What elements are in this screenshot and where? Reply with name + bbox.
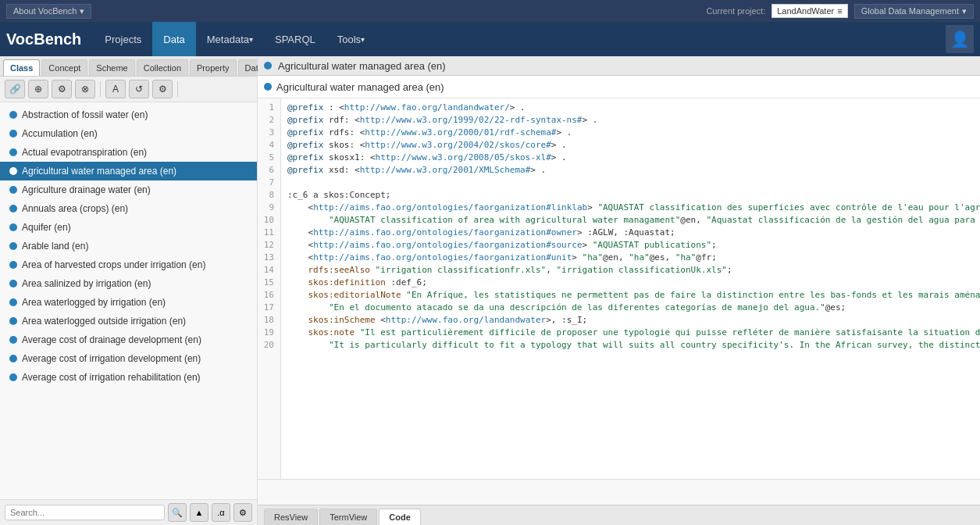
gdm-dropdown-icon: ▾ xyxy=(962,6,967,16)
concept-dot xyxy=(9,167,17,175)
bottom-tabs-row: ResView TermView Code xyxy=(258,505,980,525)
tab-scheme[interactable]: Scheme xyxy=(89,59,134,76)
list-item[interactable]: Area of harvested crops under irrigation… xyxy=(0,255,257,274)
toolbar-separator2 xyxy=(177,81,178,97)
toolbar-text-btn[interactable]: A xyxy=(105,80,126,98)
current-project-label: Current project: xyxy=(706,6,765,16)
concept-list: Abstraction of fossil water (en) Accumul… xyxy=(0,102,257,499)
toolbar-refresh-btn[interactable]: ↺ xyxy=(129,80,149,98)
project-name-display: LandAndWater ≡ xyxy=(772,4,847,18)
concept-dot xyxy=(9,355,17,362)
nav-sparql[interactable]: SPARQL xyxy=(264,22,326,56)
list-item[interactable]: Area waterlogged by irrigation (en) xyxy=(0,293,257,312)
search-options-btn[interactable]: ⚙ xyxy=(233,503,252,522)
left-panel: Class Concept Scheme Collection Property… xyxy=(0,56,258,525)
tab-code[interactable]: Code xyxy=(379,509,421,525)
concept-dot xyxy=(9,298,17,306)
concept-dot xyxy=(9,373,17,381)
toolbar-settings-btn[interactable]: ⚙ xyxy=(52,80,72,98)
concept-label: Area salinized by irrigation (en) xyxy=(22,278,151,289)
list-item[interactable]: Aquifer (en) xyxy=(0,218,257,237)
concept-label: Agriculture drainage water (en) xyxy=(22,184,151,195)
concept-dot xyxy=(9,280,17,288)
brand-logo: VocBench xyxy=(6,30,81,48)
concept-label: Aquifer (en) xyxy=(22,222,71,233)
concept-label: Annuals area (crops) (en) xyxy=(22,203,128,214)
main-nav: VocBench Projects Data Metadata SPARQL T… xyxy=(0,22,980,56)
list-item[interactable]: Average cost of drainage development (en… xyxy=(0,330,257,349)
concept-label: Average cost of irrigation development (… xyxy=(22,353,201,364)
gdm-button[interactable]: Global Data Management ▾ xyxy=(854,4,974,19)
tab-resview[interactable]: ResView xyxy=(264,509,318,525)
tab-concept[interactable]: Concept xyxy=(41,59,87,76)
list-item[interactable]: Annuals area (crops) (en) xyxy=(0,199,257,218)
line-numbers: 1 2 3 4 5 6 7 8 9 10 11 12 13 14 15 16 1… xyxy=(258,98,281,479)
editor-container: 1 2 3 4 5 6 7 8 9 10 11 12 13 14 15 16 1… xyxy=(258,98,980,479)
nav-data[interactable]: Data xyxy=(152,22,195,56)
concept-label: Agricultural water managed area (en) xyxy=(22,166,176,177)
concept-tabs-row: Class Concept Scheme Collection Property… xyxy=(0,56,257,77)
sub-header-dot xyxy=(264,83,272,91)
nav-tools[interactable]: Tools xyxy=(326,22,376,56)
toolbar-link-btn[interactable]: 🔗 xyxy=(5,80,25,98)
search-settings-btn[interactable]: .α xyxy=(212,503,230,522)
concept-dot xyxy=(9,223,17,231)
concept-dot xyxy=(9,336,17,344)
concept-label: Area waterlogged by irrigation (en) xyxy=(22,297,166,308)
header-dot xyxy=(264,62,272,70)
right-panel: Agricultural water managed area (en) ⊗ A… xyxy=(258,56,980,525)
code-editor[interactable]: @prefix : <http://www.fao.org/landandwat… xyxy=(281,98,980,479)
concept-label: Area of harvested crops under irrigation… xyxy=(22,259,205,270)
list-item[interactable]: Arable land (en) xyxy=(0,237,257,255)
right-header: Agricultural water managed area (en) ⊗ xyxy=(258,56,980,76)
list-item[interactable]: Accumulation (en) xyxy=(0,124,257,143)
search-prev-btn[interactable]: ▲ xyxy=(190,503,208,522)
concept-dot xyxy=(9,130,17,138)
concept-dot xyxy=(9,205,17,212)
list-item[interactable]: Area waterlogged outside irrigation (en) xyxy=(0,312,257,330)
toolbar-add-btn[interactable]: ⊕ xyxy=(28,80,48,98)
concept-label: Area waterlogged outside irrigation (en) xyxy=(22,316,186,327)
tab-termview[interactable]: TermView xyxy=(319,509,377,525)
list-item[interactable]: Average cost of irrigation development (… xyxy=(0,349,257,368)
project-name-text: LandAndWater xyxy=(777,6,834,16)
list-item[interactable]: Average cost of irrigation rehabilitatio… xyxy=(0,368,257,387)
about-button[interactable]: About VocBench ▾ xyxy=(6,4,91,19)
concept-dot xyxy=(9,148,17,156)
concept-dot xyxy=(9,111,17,119)
concept-label: Average cost of drainage development (en… xyxy=(22,334,201,345)
nav-metadata[interactable]: Metadata xyxy=(196,22,264,56)
concept-label: Actual evapotranspiration (en) xyxy=(22,147,147,158)
sub-header: Agricultural water managed area (en) ↺ xyxy=(258,76,980,98)
list-item[interactable]: Agriculture drainage water (en) xyxy=(0,180,257,199)
concept-label: Abstraction of fossil water (en) xyxy=(22,109,148,120)
tab-collection[interactable]: Collection xyxy=(137,59,188,76)
list-item[interactable]: Actual evapotranspiration (en) xyxy=(0,143,257,162)
tab-class[interactable]: Class xyxy=(3,59,40,76)
list-item[interactable]: Area salinized by irrigation (en) xyxy=(0,274,257,293)
right-header-title: Agricultural water managed area (en) xyxy=(278,60,980,72)
gdm-label: Global Data Management xyxy=(861,6,959,16)
nav-projects[interactable]: Projects xyxy=(94,22,152,56)
bottom-bar: Apply changes xyxy=(258,479,980,505)
concept-dot xyxy=(9,242,17,250)
list-item[interactable]: Abstraction of fossil water (en) xyxy=(0,105,257,124)
top-bar: About VocBench ▾ Current project: LandAn… xyxy=(0,0,980,22)
user-avatar: 👤 xyxy=(946,25,974,53)
search-input[interactable] xyxy=(5,505,165,520)
project-settings-icon[interactable]: ≡ xyxy=(837,6,842,16)
concept-dot xyxy=(9,317,17,325)
list-item-selected[interactable]: Agricultural water managed area (en) xyxy=(0,162,257,180)
sub-header-title: Agricultural water managed area (en) xyxy=(276,81,980,93)
tab-property[interactable]: Property xyxy=(190,59,237,76)
concept-dot xyxy=(9,186,17,194)
content-area: Class Concept Scheme Collection Property… xyxy=(0,56,980,525)
search-button[interactable]: 🔍 xyxy=(168,503,187,522)
toolbar-options-btn[interactable]: ⚙ xyxy=(152,80,173,98)
concept-label: Accumulation (en) xyxy=(22,128,98,139)
about-label: About VocBench xyxy=(13,6,77,16)
search-row: 🔍 ▲ .α ⚙ xyxy=(0,499,257,525)
left-toolbar: 🔗 ⊕ ⚙ ⊗ A ↺ ⚙ xyxy=(0,77,257,102)
toolbar-remove-btn[interactable]: ⊗ xyxy=(75,80,95,98)
concept-label: Arable land (en) xyxy=(22,241,88,252)
